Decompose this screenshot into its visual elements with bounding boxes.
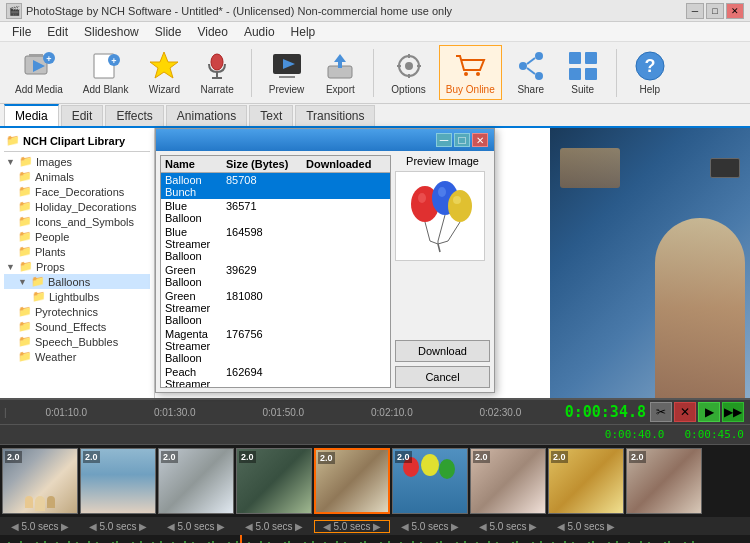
tree-item-lightbulbs[interactable]: 📁 Lightbulbs: [4, 289, 150, 304]
file-row-blue-balloon[interactable]: Blue Balloon36571: [161, 199, 390, 225]
menu-file[interactable]: File: [4, 23, 39, 41]
add-blank-icon: +: [90, 50, 122, 82]
close-button[interactable]: ✕: [726, 3, 744, 19]
download-button[interactable]: Download: [395, 340, 490, 362]
menu-audio[interactable]: Audio: [236, 23, 283, 41]
tree-toggle-images: ▼: [6, 157, 16, 167]
file-row-green-balloon[interactable]: Green Balloon39629: [161, 263, 390, 289]
tree-item-face-decorations[interactable]: 📁 Face_Decorations: [4, 184, 150, 199]
file-row-green-streamer[interactable]: Green Streamer Balloon181080: [161, 289, 390, 327]
svg-line-48: [438, 244, 440, 252]
tab-transitions[interactable]: Transitions: [295, 105, 375, 126]
tree-header-title: NCH Clipart Library: [23, 135, 125, 147]
thumb-duration-1: 2.0: [5, 451, 22, 463]
svg-rect-33: [585, 68, 597, 80]
tree-label-lightbulbs: Lightbulbs: [49, 291, 99, 303]
file-row-blue-streamer[interactable]: Blue Streamer Balloon164598: [161, 225, 390, 263]
add-blank-button[interactable]: + Add Blank: [76, 45, 136, 100]
tree-item-animals[interactable]: 📁 Animals: [4, 169, 150, 184]
tree-item-props[interactable]: ▼ 📁 Props: [4, 259, 150, 274]
file-list-header: Name Size (Bytes) Downloaded: [161, 156, 390, 173]
playback-controls: ✂ ✕ ▶ ▶▶: [650, 402, 744, 422]
options-button[interactable]: Options: [384, 45, 432, 100]
duration-cells: ◀5.0 secs▶ ◀5.0 secs▶ ◀5.0 secs▶ ◀5.0 se…: [2, 520, 624, 533]
suite-button[interactable]: Suite: [560, 45, 606, 100]
menu-edit[interactable]: Edit: [39, 23, 76, 41]
thumbnail-3[interactable]: 2.0: [158, 448, 234, 514]
add-media-button[interactable]: + Add Media: [8, 45, 70, 100]
duration-cell-7: ◀5.0 secs▶: [470, 520, 546, 533]
thumbnail-8[interactable]: 2.0: [548, 448, 624, 514]
file-row-magenta-streamer[interactable]: Magenta Streamer Balloon176756: [161, 327, 390, 365]
thumb-duration-3: 2.0: [161, 451, 178, 463]
svg-line-38: [425, 222, 430, 241]
play-button[interactable]: ▶: [698, 402, 720, 422]
thumbnail-6[interactable]: 2.0: [392, 448, 468, 514]
thumbnail-1[interactable]: 2.0: [2, 448, 78, 514]
scissors-button[interactable]: ✂: [650, 402, 672, 422]
tab-media[interactable]: Media: [4, 104, 59, 126]
dialog-close[interactable]: ✕: [472, 133, 488, 147]
toolbar-separator-1: [251, 49, 252, 97]
preview-button[interactable]: Preview: [262, 45, 312, 100]
dialog-maximize[interactable]: □: [454, 133, 470, 147]
file-row-peach-streamer[interactable]: Peach Streamer Balloon162694: [161, 365, 390, 388]
tree-item-people[interactable]: 📁 People: [4, 229, 150, 244]
delete-button[interactable]: ✕: [674, 402, 696, 422]
tree-item-plants[interactable]: 📁 Plants: [4, 244, 150, 259]
cancel-button[interactable]: Cancel: [395, 366, 490, 388]
menu-help[interactable]: Help: [283, 23, 324, 41]
svg-line-28: [527, 58, 535, 64]
file-row-balloon-bunch[interactable]: Balloon Bunch 85708: [161, 173, 390, 199]
tree-label-props: Props: [36, 261, 65, 273]
play-alt-button[interactable]: ▶▶: [722, 402, 744, 422]
dialog-content: Name Size (Bytes) Downloaded Balloon Bun…: [156, 151, 494, 392]
tree-label-face-decorations: Face_Decorations: [35, 186, 124, 198]
tree-label-icons: Icons_and_Symbols: [35, 216, 134, 228]
menu-slide[interactable]: Slide: [147, 23, 190, 41]
preview-label: Preview: [269, 84, 305, 95]
svg-rect-30: [569, 52, 581, 64]
share-button[interactable]: Share: [508, 45, 554, 100]
tree-item-pyrotechnics[interactable]: 📁 Pyrotechnics: [4, 304, 150, 319]
help-button[interactable]: ? Help: [627, 45, 673, 100]
tree-item-images[interactable]: ▼ 📁 Images: [4, 154, 150, 169]
tree-label-pyrotechnics: Pyrotechnics: [35, 306, 98, 318]
file-list[interactable]: Name Size (Bytes) Downloaded Balloon Bun…: [160, 155, 391, 388]
title-text: PhotoStage by NCH Software - Untitled* -…: [26, 5, 452, 17]
timestamp-5: 0:02:30.0: [480, 407, 522, 418]
preview-image-label: Preview Image: [395, 155, 490, 167]
thumbnail-2[interactable]: 2.0: [80, 448, 156, 514]
thumbnail-9[interactable]: 2.0: [626, 448, 702, 514]
svg-point-18: [405, 62, 413, 70]
thumbnail-4[interactable]: 2.0: [236, 448, 312, 514]
svg-rect-32: [569, 68, 581, 80]
menu-video[interactable]: Video: [189, 23, 235, 41]
minimize-button[interactable]: ─: [686, 3, 704, 19]
thumbnail-7[interactable]: 2.0: [470, 448, 546, 514]
tab-text[interactable]: Text: [249, 105, 293, 126]
tree-item-icons[interactable]: 📁 Icons_and_Symbols: [4, 214, 150, 229]
maximize-button[interactable]: □: [706, 3, 724, 19]
tab-edit[interactable]: Edit: [61, 105, 104, 126]
tree-item-sound-effects[interactable]: 📁 Sound_Effects: [4, 319, 150, 334]
tree-item-holiday[interactable]: 📁 Holiday_Decorations: [4, 199, 150, 214]
menu-slideshow[interactable]: Slideshow: [76, 23, 147, 41]
tab-effects[interactable]: Effects: [105, 105, 163, 126]
tree-toggle-balloons: ▼: [18, 277, 28, 287]
buy-online-button[interactable]: Buy Online: [439, 45, 502, 100]
tree-item-weather[interactable]: 📁 Weather: [4, 349, 150, 364]
tree-item-balloons[interactable]: ▼ 📁 Balloons: [4, 274, 150, 289]
audio-waveform: [4, 536, 704, 543]
tree-item-speech-bubbles[interactable]: 📁 Speech_Bubbles: [4, 334, 150, 349]
wizard-button[interactable]: Wizard: [141, 45, 187, 100]
options-label: Options: [391, 84, 425, 95]
svg-line-44: [448, 222, 460, 241]
export-button[interactable]: Export: [317, 45, 363, 100]
tab-animations[interactable]: Animations: [166, 105, 247, 126]
narrate-button[interactable]: Narrate: [193, 45, 240, 100]
dialog-minimize[interactable]: ─: [436, 133, 452, 147]
thumb-duration-7: 2.0: [473, 451, 490, 463]
thumbnail-5[interactable]: 2.0: [314, 448, 390, 514]
thumb-duration-5: 2.0: [318, 452, 335, 464]
